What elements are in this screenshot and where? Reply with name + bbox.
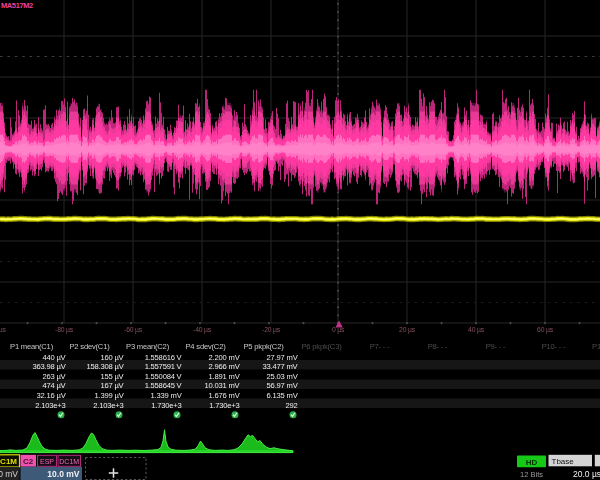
svg-text:-40 µs: -40 µs <box>193 326 212 334</box>
svg-text:20.0 µs: 20.0 µs <box>573 469 600 479</box>
svg-text:0 mV: 0 mV <box>0 469 18 479</box>
svg-text:2.103e+3: 2.103e+3 <box>35 401 65 410</box>
svg-text:1.339 mV: 1.339 mV <box>151 391 183 400</box>
svg-text:P4 sdev(C2): P4 sdev(C2) <box>185 342 226 351</box>
svg-text:2.103e+3: 2.103e+3 <box>93 401 123 410</box>
svg-text:474 µV: 474 µV <box>42 381 66 390</box>
svg-text:1.730e+3: 1.730e+3 <box>151 401 181 410</box>
svg-text:P9- - -: P9- - - <box>486 342 506 351</box>
svg-text:ESP: ESP <box>40 458 54 465</box>
svg-text:1.557591 V: 1.557591 V <box>145 362 183 371</box>
svg-text:-60 µs: -60 µs <box>124 326 143 334</box>
svg-text:P3 mean(C2): P3 mean(C2) <box>126 342 170 351</box>
svg-text:2.966 mV: 2.966 mV <box>209 362 241 371</box>
svg-text:-100 µs: -100 µs <box>0 326 6 334</box>
svg-text:1.676 mV: 1.676 mV <box>209 391 241 400</box>
svg-text:MA517M2: MA517M2 <box>1 1 33 10</box>
svg-text:P8- - -: P8- - - <box>428 342 448 351</box>
svg-text:P5 pkpk(C2): P5 pkpk(C2) <box>243 342 284 351</box>
svg-text:56.97 mV: 56.97 mV <box>267 381 299 390</box>
svg-text:1.730e+3: 1.730e+3 <box>209 401 239 410</box>
svg-text:1.558645 V: 1.558645 V <box>145 381 183 390</box>
svg-text:33.477 mV: 33.477 mV <box>263 362 299 371</box>
svg-text:20 µs: 20 µs <box>399 326 416 334</box>
svg-text:12 Bits: 12 Bits <box>520 470 543 479</box>
svg-text:1.891 mV: 1.891 mV <box>209 372 241 381</box>
svg-text:-20 µs: -20 µs <box>262 326 281 334</box>
svg-text:1.558616 V: 1.558616 V <box>145 353 183 362</box>
svg-text:167 µV: 167 µV <box>100 381 124 390</box>
svg-text:2.200 mV: 2.200 mV <box>209 353 241 362</box>
svg-text:160 µV: 160 µV <box>100 353 124 362</box>
svg-text:P1 mean(C1): P1 mean(C1) <box>10 342 54 351</box>
svg-text:158.308 µV: 158.308 µV <box>87 362 125 371</box>
svg-text:155 µV: 155 µV <box>100 372 124 381</box>
svg-text:440 µV: 440 µV <box>42 353 66 362</box>
svg-text:10.031 mV: 10.031 mV <box>205 381 241 390</box>
svg-text:6.135 mV: 6.135 mV <box>267 391 299 400</box>
svg-text:292: 292 <box>285 401 297 410</box>
svg-text:1.399 µV: 1.399 µV <box>95 391 125 400</box>
svg-text:Tbase: Tbase <box>552 457 575 466</box>
svg-text:60 µs: 60 µs <box>537 326 554 334</box>
svg-text:25.03 mV: 25.03 mV <box>267 372 299 381</box>
svg-text:DC1M: DC1M <box>59 458 79 465</box>
svg-text:1.550084 V: 1.550084 V <box>145 372 183 381</box>
svg-text:363.98 µV: 363.98 µV <box>33 362 67 371</box>
svg-text:DC1M: DC1M <box>0 457 17 466</box>
svg-text:10.0 mV: 10.0 mV <box>47 469 79 479</box>
svg-text:263 µV: 263 µV <box>42 372 66 381</box>
svg-text:P2 sdev(C1): P2 sdev(C1) <box>69 342 110 351</box>
svg-text:C2: C2 <box>23 457 34 466</box>
svg-text:P6 pkpk(C3): P6 pkpk(C3) <box>301 342 342 351</box>
svg-text:-80 µs: -80 µs <box>55 326 74 334</box>
svg-text:32.16 µV: 32.16 µV <box>37 391 67 400</box>
svg-text:HD: HD <box>526 458 538 467</box>
svg-text:P7- - -: P7- - - <box>370 342 390 351</box>
svg-text:40 µs: 40 µs <box>468 326 485 334</box>
svg-text:P10- - -: P10- - - <box>542 342 566 351</box>
svg-text:P11: P11 <box>592 342 600 351</box>
svg-text:27.97 mV: 27.97 mV <box>267 353 299 362</box>
